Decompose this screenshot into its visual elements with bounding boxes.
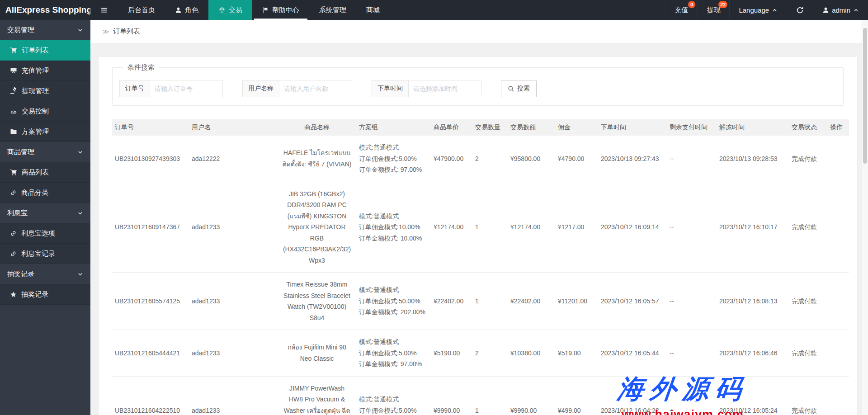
orders-table: 订单号用户名商品名称方案组商品单价交易数量交易数额佣金下单时间剩余支付时间解冻时…: [112, 119, 849, 415]
plan-line: 订单佣金模式:5.00%: [359, 153, 426, 165]
cell-quantity: 2: [472, 136, 508, 182]
cell-username: adad1233: [189, 182, 279, 273]
nav-item-mall[interactable]: 商城: [356, 0, 390, 20]
cell-quantity: 1: [472, 273, 508, 330]
cell-plan: 模式:普通模式订单佣金模式:10.00%订单金额模式: 10.00%: [356, 182, 431, 273]
col-header-unit_price: 商品单价: [431, 119, 472, 136]
sidebar-group-label: 商品管理: [7, 148, 34, 156]
nav-item-help[interactable]: 帮助中心: [252, 0, 309, 20]
sidebar-item-1[interactable]: 订单列表: [0, 40, 90, 61]
topbar-recharge[interactable]: 充值0: [665, 0, 697, 20]
sidebar-group-0[interactable]: 交易管理: [0, 20, 90, 40]
cell-unit_price: ¥47900.00: [431, 136, 472, 182]
col-header-action: 操作: [827, 119, 849, 136]
page-title: 订单列表: [113, 27, 140, 36]
cell-plan: 模式:普通模式订单佣金模式:5.00%订单金额模式: 97.00%: [356, 376, 431, 415]
cell-order_no: UB2310121604222510: [112, 376, 189, 415]
sidebar-item-label: 商品列表: [22, 168, 49, 177]
search-button-label: 搜索: [517, 85, 530, 93]
plan-line: 模式:普通模式: [359, 142, 426, 153]
search-input-1[interactable]: [279, 80, 352, 97]
cell-unit_price: ¥22402.00: [431, 273, 472, 330]
folder-icon: [10, 128, 17, 135]
cell-commission: ¥519.00: [555, 330, 598, 377]
chevron-down-icon: [77, 149, 83, 155]
search-fields: 订单号用户名称下单时间: [119, 80, 481, 97]
star-icon: [10, 291, 17, 298]
cell-action: [827, 376, 849, 415]
sidebar-item-13[interactable]: 抽奖记录: [0, 284, 90, 305]
sidebar-item-10[interactable]: 利息宝选项: [0, 223, 90, 244]
page-scrollbar[interactable]: [862, 20, 868, 415]
cell-quantity: 2: [472, 330, 508, 377]
col-header-order_time: 下单时间: [598, 119, 667, 136]
sidebar-group-6[interactable]: 商品管理: [0, 142, 90, 162]
plan-line: 模式:普通模式: [359, 336, 426, 348]
sidebar-item-5[interactable]: 方案管理: [0, 122, 90, 142]
table-row: UB2310130927439303ada12222HAFELE ไมโครเว…: [112, 136, 849, 182]
nav-item-home[interactable]: 后台首页: [118, 0, 165, 20]
topbar-withdraw-label: 提现: [707, 6, 720, 14]
nav-item-label: 商城: [366, 6, 380, 14]
topbar-language[interactable]: Language: [729, 0, 787, 20]
sidebar-group-label: 抽奖记录: [7, 270, 34, 278]
search-input-0[interactable]: [150, 80, 223, 97]
cell-amount: ¥9990.00: [508, 376, 555, 415]
gavel-icon: [10, 87, 17, 94]
table-row: UB2310121605574125adad1233Timex Reissue …: [112, 273, 849, 330]
search-input-2[interactable]: [408, 80, 481, 97]
sidebar-group-label: 交易管理: [7, 26, 34, 34]
cell-action: [827, 330, 849, 377]
col-header-unfreeze_time: 解冻时间: [717, 119, 789, 136]
chevron-up-icon: [772, 7, 778, 13]
search-field-label: 用户名称: [242, 80, 279, 97]
nav-item-trade[interactable]: 交易: [208, 0, 252, 20]
sidebar-item-label: 提现管理: [22, 87, 49, 95]
cell-status: 完成付款: [789, 330, 827, 377]
nav-item-system[interactable]: 系统管理: [309, 0, 356, 20]
sidebar-item-label: 商品分类: [21, 189, 48, 197]
col-header-status: 交易状态: [789, 119, 827, 136]
cell-status: 完成付款: [789, 273, 827, 330]
cell-commission: ¥499.00: [555, 376, 598, 415]
sidebar-item-4[interactable]: 交易控制: [0, 101, 90, 122]
search-icon: [508, 85, 514, 92]
app-title: AliExpress Shopping...: [0, 0, 90, 20]
scrollbar-thumb[interactable]: [863, 28, 867, 164]
cell-username: ada12222: [189, 136, 279, 182]
cell-commission: ¥11201.00: [555, 273, 598, 330]
chevron-down-icon: [77, 210, 83, 216]
menu-icon: [100, 6, 108, 14]
plan-line: 模式:普通模式: [359, 394, 426, 405]
cell-status: 完成付款: [789, 376, 827, 415]
search-button[interactable]: 搜索: [501, 80, 537, 97]
nav-item-role[interactable]: 角色: [165, 0, 208, 20]
cell-unfreeze_time: 2023/10/13 09:28:53: [717, 136, 789, 182]
search-legend: 条件搜索: [123, 63, 159, 72]
sidebar-item-3[interactable]: 提现管理: [0, 81, 90, 101]
sidebar-item-2[interactable]: 充值管理: [0, 61, 90, 81]
topbar-withdraw-badge: 22: [718, 1, 727, 8]
sidebar-item-8[interactable]: 商品分类: [0, 183, 90, 203]
topbar-admin[interactable]: admin: [813, 0, 868, 20]
cell-amount: ¥10380.00: [508, 330, 555, 377]
search-field-group-0: 订单号: [119, 80, 223, 97]
main-area: ≫ 订单列表 条件搜索 订单号用户名称下单时间 搜索 订单号用户名商品名称方案组…: [90, 0, 868, 415]
topbar: AliExpress Shopping... 后台首页角色交易帮助中心系统管理商…: [0, 0, 868, 20]
topbar-refresh[interactable]: [787, 0, 813, 20]
sidebar-group-9[interactable]: 利息宝: [0, 203, 90, 223]
table-header-row: 订单号用户名商品名称方案组商品单价交易数量交易数额佣金下单时间剩余支付时间解冻时…: [112, 119, 849, 136]
col-header-remaining_pay_time: 剩余支付时间: [667, 119, 717, 136]
sidebar-item-11[interactable]: 利息宝记录: [0, 244, 90, 264]
cell-unit_price: ¥12174.00: [431, 182, 472, 273]
cell-username: adad1233: [189, 330, 279, 377]
cell-unfreeze_time: 2023/10/12 16:06:46: [717, 330, 789, 377]
scales-icon: [218, 6, 226, 14]
topbar-withdraw[interactable]: 提现22: [697, 0, 729, 20]
user-icon: [822, 7, 829, 14]
nav-item-menu-toggle[interactable]: [90, 0, 118, 20]
sidebar-item-7[interactable]: 商品列表: [0, 162, 90, 183]
sidebar-group-12[interactable]: 抽奖记录: [0, 264, 90, 284]
cell-product: กล้อง Fujifilm Mini 90 Neo Classic: [279, 330, 356, 377]
col-header-product: 商品名称: [279, 119, 356, 136]
